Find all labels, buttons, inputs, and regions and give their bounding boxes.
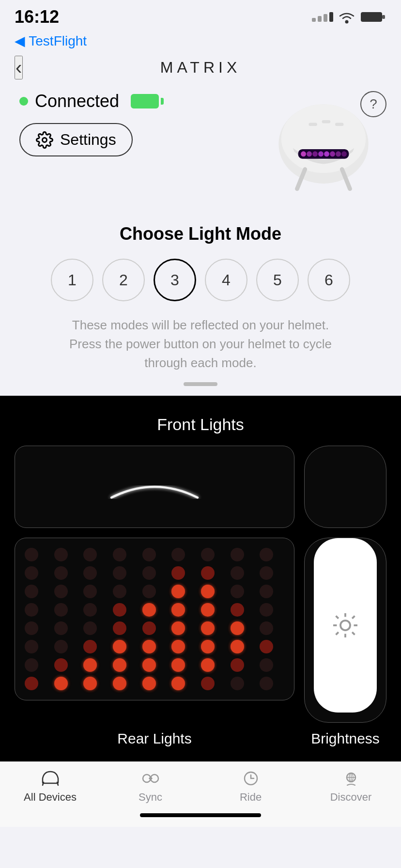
led-dot bbox=[201, 677, 215, 690]
tab-all-devices-label: All Devices bbox=[24, 791, 77, 804]
led-dot bbox=[54, 677, 68, 690]
left-panel: Connected Settings bbox=[19, 91, 164, 156]
app-title: MATRIX bbox=[160, 59, 241, 77]
status-bar: 16:12 bbox=[0, 0, 401, 31]
svg-point-14 bbox=[336, 151, 341, 156]
dark-section: Front Lights bbox=[0, 396, 401, 761]
led-dot bbox=[113, 566, 126, 580]
mode-button-1[interactable]: 1 bbox=[51, 259, 93, 301]
led-dot bbox=[142, 566, 156, 580]
led-dot bbox=[201, 548, 215, 561]
testflight-back[interactable]: ◀ TestFlight bbox=[15, 33, 386, 49]
led-dot bbox=[142, 640, 156, 653]
led-dot bbox=[231, 658, 244, 672]
lights-row bbox=[15, 446, 386, 528]
led-dot bbox=[113, 621, 126, 635]
rear-lights-box bbox=[15, 538, 294, 700]
svg-rect-20 bbox=[335, 123, 343, 126]
svg-point-4 bbox=[43, 138, 47, 142]
led-dot bbox=[83, 585, 97, 598]
mode-button-6[interactable]: 6 bbox=[308, 259, 350, 301]
wifi-icon bbox=[338, 10, 355, 24]
tab-all-devices[interactable]: All Devices bbox=[0, 770, 100, 804]
right-panel: ? bbox=[265, 91, 382, 209]
led-dot bbox=[260, 621, 273, 635]
mode-button-2[interactable]: 2 bbox=[102, 259, 145, 301]
sync-tab-icon bbox=[140, 770, 161, 787]
scroll-pill bbox=[184, 382, 217, 386]
led-grid bbox=[25, 548, 284, 690]
led-dot bbox=[231, 585, 244, 598]
helmet-tab-icon bbox=[40, 770, 61, 787]
light-mode-section: Choose Light Mode 1 2 3 4 5 6 These mode… bbox=[0, 214, 401, 396]
testflight-bar: ◀ TestFlight bbox=[0, 31, 401, 54]
led-dot bbox=[171, 658, 185, 672]
led-dot bbox=[25, 640, 38, 653]
svg-point-21 bbox=[340, 620, 350, 630]
svg-point-10 bbox=[312, 151, 318, 156]
led-dot bbox=[113, 658, 126, 672]
mode-button-4[interactable]: 4 bbox=[205, 259, 247, 301]
led-dot bbox=[54, 566, 68, 580]
gear-icon bbox=[36, 131, 53, 149]
led-dot bbox=[54, 640, 68, 653]
svg-point-11 bbox=[318, 151, 324, 156]
svg-line-29 bbox=[352, 616, 355, 619]
tab-ride[interactable]: Ride bbox=[200, 770, 301, 804]
header: ‹ MATRIX bbox=[0, 54, 401, 81]
status-time: 16:12 bbox=[15, 7, 59, 27]
front-lights-box bbox=[15, 446, 294, 528]
led-dot bbox=[142, 548, 156, 561]
led-dot bbox=[113, 640, 126, 653]
back-button[interactable]: ‹ bbox=[15, 56, 23, 79]
section-labels: Rear Lights Brightness bbox=[15, 730, 386, 747]
led-dot bbox=[260, 677, 273, 690]
led-dot bbox=[260, 603, 273, 617]
led-dot bbox=[54, 603, 68, 617]
led-dot bbox=[260, 658, 273, 672]
led-dot bbox=[260, 640, 273, 653]
led-dot bbox=[83, 548, 97, 561]
discover-tab-icon bbox=[340, 770, 362, 787]
led-dot bbox=[83, 658, 97, 672]
led-dot bbox=[201, 658, 215, 672]
svg-point-9 bbox=[307, 151, 312, 156]
tab-discover[interactable]: Discover bbox=[301, 770, 401, 804]
svg-point-8 bbox=[301, 151, 306, 156]
brightness-slider[interactable] bbox=[314, 538, 377, 713]
svg-line-24 bbox=[336, 616, 339, 619]
led-dot bbox=[260, 566, 273, 580]
mode-button-5[interactable]: 5 bbox=[256, 259, 299, 301]
help-button[interactable]: ? bbox=[360, 91, 386, 117]
led-dot bbox=[260, 548, 273, 561]
home-indicator bbox=[0, 808, 401, 827]
led-dot bbox=[83, 566, 97, 580]
led-dot bbox=[25, 566, 38, 580]
led-dot bbox=[231, 621, 244, 635]
led-dot bbox=[142, 603, 156, 617]
svg-point-12 bbox=[324, 151, 329, 156]
led-dot bbox=[25, 585, 38, 598]
led-dot bbox=[25, 603, 38, 617]
battery-tip bbox=[161, 98, 164, 105]
led-dot bbox=[142, 585, 156, 598]
led-dot bbox=[231, 566, 244, 580]
scroll-indicator bbox=[19, 382, 382, 386]
connected-text: Connected bbox=[35, 91, 119, 111]
led-dot bbox=[83, 640, 97, 653]
mode-circles: 1 2 3 4 5 6 bbox=[19, 259, 382, 301]
mode-button-3[interactable]: 3 bbox=[154, 259, 196, 301]
svg-line-28 bbox=[336, 632, 339, 635]
connected-dot bbox=[19, 97, 28, 106]
led-dot bbox=[231, 677, 244, 690]
led-dot bbox=[113, 603, 126, 617]
brightness-panel-large[interactable] bbox=[304, 538, 386, 723]
led-dot bbox=[113, 548, 126, 561]
led-dot bbox=[83, 621, 97, 635]
tab-discover-label: Discover bbox=[330, 791, 372, 804]
testflight-back-text: ◀ TestFlight bbox=[15, 33, 87, 49]
top-section: Connected Settings bbox=[0, 81, 401, 214]
battery-status-icon bbox=[360, 10, 386, 24]
tab-sync[interactable]: Sync bbox=[100, 770, 200, 804]
settings-button[interactable]: Settings bbox=[19, 123, 133, 156]
